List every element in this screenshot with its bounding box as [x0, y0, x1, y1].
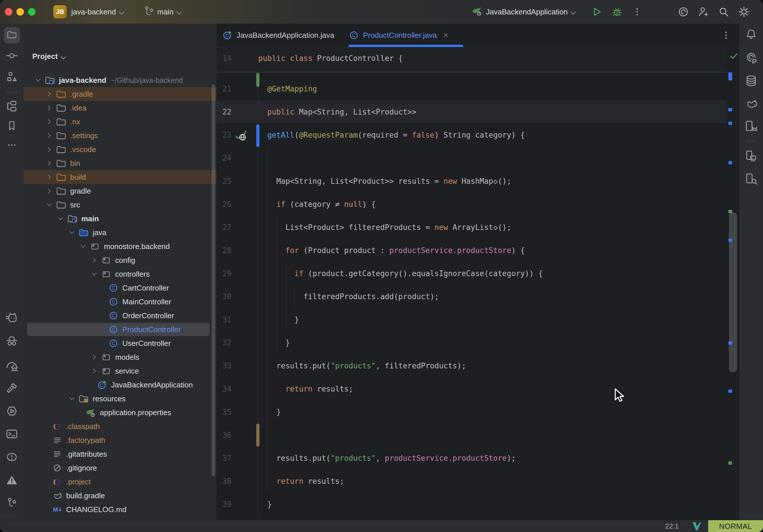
- tree-item-java-backend[interactable]: java-backend~/Github/java-backend: [24, 73, 216, 87]
- chevron-right-icon[interactable]: [88, 352, 101, 362]
- code-line-34[interactable]: 34return results;: [216, 377, 727, 400]
- tab-options-kebab-icon[interactable]: [720, 29, 732, 42]
- more-actions-button[interactable]: [631, 5, 643, 18]
- code-line-35[interactable]: 35}: [216, 400, 727, 424]
- code-line-38[interactable]: 38return results;: [216, 470, 727, 493]
- tab-productcontroller-java[interactable]: CProductController.java×: [349, 24, 463, 47]
- editor-scrollbar-thumb[interactable]: [729, 212, 737, 372]
- tree-item-src[interactable]: src: [24, 198, 216, 212]
- more-tool-windows-tool-button[interactable]: [4, 138, 20, 154]
- tree-item--nx[interactable]: .nx: [24, 115, 216, 129]
- chevron-down-icon[interactable]: [88, 269, 101, 279]
- code-line-36[interactable]: 36: [216, 424, 727, 447]
- hierarchy-tool-button[interactable]: [4, 99, 20, 115]
- tree-item-controllers[interactable]: controllers: [24, 267, 216, 281]
- run-button[interactable]: [591, 5, 603, 18]
- chevron-down-icon[interactable]: [65, 228, 78, 238]
- notifications-tool-button[interactable]: [743, 27, 759, 43]
- tree-item-gradlew[interactable]: gradlew: [24, 516, 216, 520]
- tree-item-maincontroller[interactable]: CMainController: [24, 295, 216, 309]
- tree-item-bin[interactable]: bin: [24, 157, 216, 170]
- tree-item--gitattributes[interactable]: .gitattributes: [24, 447, 216, 461]
- tree-item-build-gradle[interactable]: build.gradle: [24, 489, 216, 502]
- code-line-22[interactable]: 22public Map<String, List<Product>>: [216, 100, 727, 124]
- version-control-tool-button[interactable]: [4, 495, 20, 511]
- run-configuration-widget[interactable]: JavaBackendApplication: [472, 0, 577, 24]
- code-line-39[interactable]: 39}: [216, 493, 727, 516]
- close-window-button[interactable]: [5, 8, 12, 16]
- chevron-right-icon[interactable]: [43, 172, 56, 182]
- inspections-ok-check-icon[interactable]: [729, 51, 739, 62]
- debug-button[interactable]: [610, 5, 623, 18]
- tree-item-javabackendapplication[interactable]: CJavaBackendApplication: [24, 378, 216, 392]
- chevron-right-icon[interactable]: [43, 145, 56, 154]
- chevron-down-icon[interactable]: [43, 200, 56, 210]
- structure-tool-button[interactable]: [4, 69, 20, 85]
- tree-item-resources[interactable]: resources: [24, 392, 216, 406]
- gradle-tool-button[interactable]: [743, 96, 759, 112]
- ai-assistant-tool-button[interactable]: [743, 50, 759, 66]
- editor-body[interactable]: 14public class ProductController { 21@Ge…: [216, 47, 739, 520]
- tree-item-ordercontroller[interactable]: COrderController: [24, 309, 216, 323]
- vcs-change-added[interactable]: [256, 73, 260, 87]
- tree-item-productcontroller[interactable]: CProductController: [24, 323, 216, 336]
- app-inspection-tool-button[interactable]: [4, 334, 20, 350]
- chevron-down-icon[interactable]: [65, 394, 78, 404]
- code-line-25[interactable]: 25Map<String, List<Product>> results = n…: [216, 170, 727, 193]
- vcs-change-modified[interactable]: [256, 124, 260, 147]
- tree-item-gradle[interactable]: gradle: [24, 184, 216, 198]
- chevron-right-icon[interactable]: [43, 186, 56, 196]
- device-mirroring-tool-button[interactable]: [743, 149, 759, 165]
- tree-item-monostore-backend[interactable]: monostore.backend: [24, 240, 216, 253]
- code-line-27[interactable]: 27List<Product> filteredProducts = new A…: [216, 216, 727, 239]
- tree-item--idea[interactable]: .idea: [24, 101, 216, 115]
- tree-item--vscode[interactable]: .vscode: [24, 143, 216, 157]
- code-line-21[interactable]: 21@GetMapping: [216, 77, 727, 100]
- chevron-right-icon[interactable]: [88, 366, 101, 376]
- project-widget[interactable]: JB java-backend: [54, 0, 125, 24]
- ai-assistant-button[interactable]: [677, 5, 690, 18]
- chevron-down-icon[interactable]: [32, 75, 45, 85]
- tree-item--classpath[interactable]: .classpath: [24, 419, 216, 433]
- tree-item-service[interactable]: service: [24, 364, 216, 378]
- database-tool-button[interactable]: [743, 73, 759, 89]
- search-everywhere-button[interactable]: [717, 5, 730, 18]
- tab-javabackendapplication-java[interactable]: CJavaBackendApplication.java: [222, 24, 341, 47]
- chevron-right-icon[interactable]: [43, 117, 56, 127]
- tree-item--project[interactable]: .project: [24, 475, 216, 489]
- zoom-window-button[interactable]: [28, 8, 36, 16]
- tree-item-changelog-md[interactable]: MCHANGELOG.md: [24, 502, 216, 516]
- chevron-down-icon[interactable]: [77, 242, 89, 251]
- minimize-window-button[interactable]: [16, 8, 24, 16]
- tree-item-config[interactable]: config: [24, 253, 216, 267]
- services-tool-button[interactable]: [4, 404, 20, 420]
- code-line-37[interactable]: 37results.put("products", productService…: [216, 447, 727, 470]
- code-line-32[interactable]: 32}: [216, 331, 727, 354]
- chevron-right-icon[interactable]: [88, 255, 101, 265]
- tree-item--gradle[interactable]: .gradle: [24, 87, 216, 101]
- logcat-tool-button[interactable]: [4, 311, 20, 327]
- code-line-23[interactable]: 23getAll(@RequestParam(required = false)…: [216, 124, 727, 147]
- code-line-31[interactable]: 31}: [216, 308, 727, 331]
- code-line-33[interactable]: 33results.put("products", filteredProduc…: [216, 354, 727, 377]
- tree-item-build[interactable]: build: [24, 170, 216, 184]
- bookmarks-tool-button[interactable]: [4, 118, 20, 135]
- vcs-branch-widget[interactable]: main: [143, 0, 183, 24]
- build-tool-button[interactable]: [4, 380, 20, 397]
- ideavim-icon[interactable]: [692, 522, 702, 531]
- problems-tool-button[interactable]: [4, 450, 20, 466]
- caret-position-widget[interactable]: 22:1: [665, 522, 679, 530]
- code-line-26[interactable]: 26if (category ≠ null) {: [216, 193, 727, 216]
- vcs-change-whitespace-modified[interactable]: [256, 424, 260, 447]
- spring-request-mapping-icon[interactable]: [234, 129, 247, 141]
- tree-item-application-properties[interactable]: application.properties: [24, 406, 216, 419]
- project-tool-button[interactable]: [4, 27, 20, 43]
- tree-item-main[interactable]: main: [24, 212, 216, 226]
- profiler-tool-button[interactable]: [4, 358, 20, 374]
- tree-item--gitignore[interactable]: .gitignore: [24, 461, 216, 475]
- code-with-me-button[interactable]: [697, 5, 710, 18]
- close-icon[interactable]: ×: [443, 31, 448, 40]
- terminal-tool-button[interactable]: [4, 426, 20, 443]
- tree-item--settings[interactable]: .settings: [24, 129, 216, 143]
- chevron-right-icon[interactable]: [43, 159, 56, 168]
